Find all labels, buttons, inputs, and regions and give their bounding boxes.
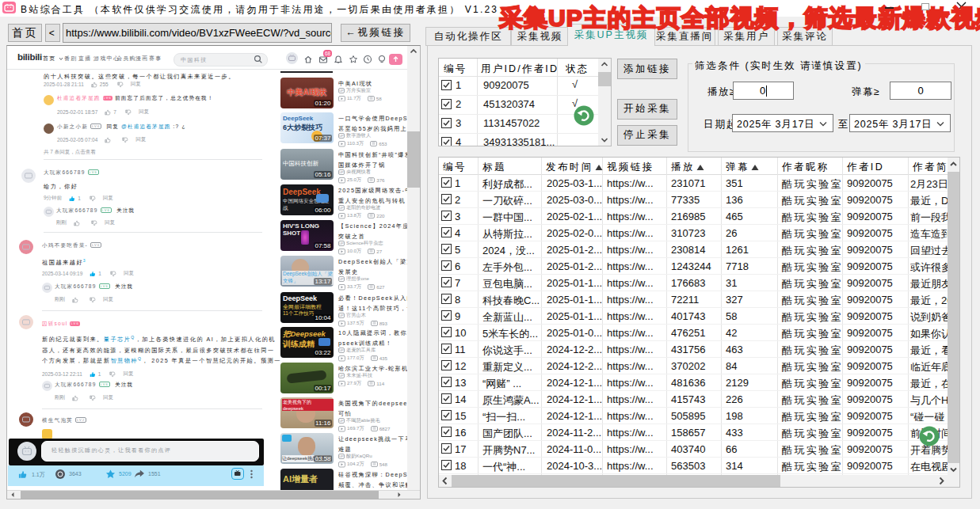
svg-text:UP: UP (339, 170, 344, 174)
svg-text:UP: UP (339, 374, 344, 378)
svg-text:UP: UP (339, 206, 344, 210)
svg-text:UP: UP (339, 313, 344, 317)
svg-text:UP: UP (339, 134, 344, 138)
svg-text:UP: UP (339, 348, 344, 352)
svg-text:UP: UP (339, 241, 344, 245)
svg-text:UP: UP (339, 277, 344, 281)
svg-text:UP: UP (339, 454, 344, 458)
svg-text:UP: UP (339, 89, 344, 93)
svg-text:UP: UP (339, 419, 344, 423)
